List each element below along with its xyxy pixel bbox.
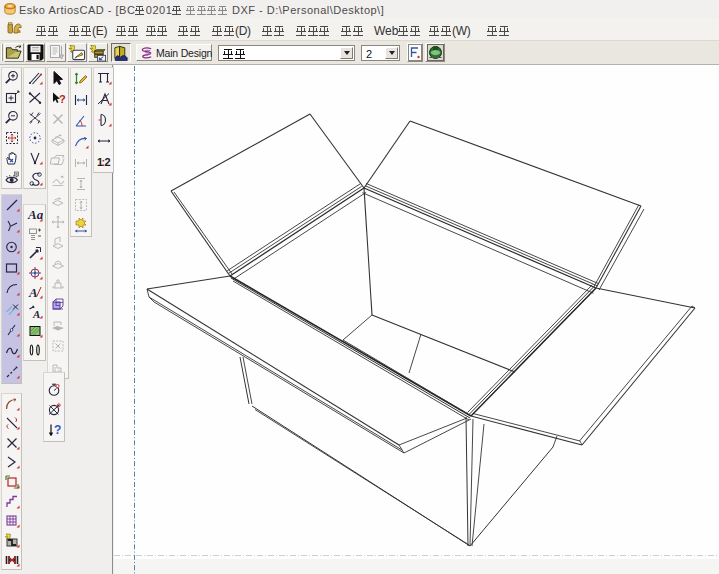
- svg-text:?: ?: [54, 423, 61, 437]
- svg-text:?: ?: [59, 93, 66, 105]
- svg-text:A: A: [28, 285, 38, 300]
- svg-text:A: A: [32, 308, 40, 320]
- svg-text:2: 2: [104, 156, 110, 168]
- svg-text:Aa: Aa: [27, 207, 43, 222]
